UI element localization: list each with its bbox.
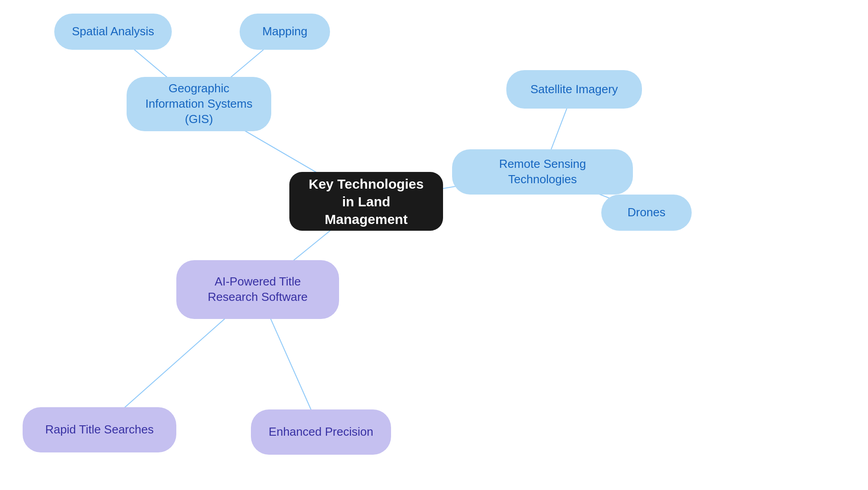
enhanced-precision-node: Enhanced Precision (251, 409, 391, 455)
satellite-imagery-node: Satellite Imagery (506, 70, 642, 109)
drones-node: Drones (601, 195, 692, 231)
remote-sensing-node: Remote Sensing Technologies (452, 149, 633, 195)
gis-node: Geographic Information Systems (GIS) (127, 77, 271, 131)
mapping-node: Mapping (240, 14, 330, 50)
ai-software-node: AI-Powered Title Research Software (176, 260, 339, 319)
rapid-title-node: Rapid Title Searches (23, 407, 176, 452)
center-node: Key Technologies in Land Management (289, 172, 443, 231)
spatial-analysis-node: Spatial Analysis (54, 14, 172, 50)
